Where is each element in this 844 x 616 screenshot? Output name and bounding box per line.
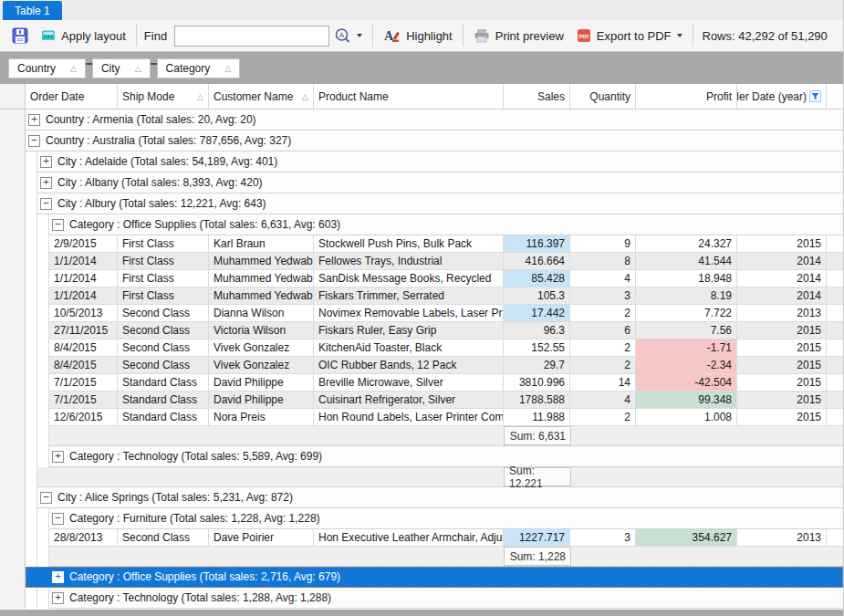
group-row[interactable]: −Country : Australia (Total sales: 787,6… [0, 131, 843, 151]
group-row-content: −City : Albury (Total sales: 12,221, Avg… [37, 193, 843, 214]
column-header-label: Product Name [318, 90, 389, 103]
print-preview-button[interactable]: Print preview [467, 25, 570, 47]
row-filler-cell [827, 322, 843, 339]
group-row[interactable]: −Category : Furniture (Total sales: 1,22… [0, 508, 843, 529]
group-indent [26, 270, 37, 287]
tab-table-1[interactable]: Table 1 [3, 1, 62, 20]
collapse-icon[interactable]: − [28, 135, 40, 147]
table-row[interactable]: 8/4/2015Second ClassVivek GonzalezOIC Ru… [0, 357, 843, 374]
group-chip-category[interactable]: Category △ [157, 58, 241, 78]
group-indent [26, 172, 37, 193]
collapse-icon[interactable]: − [52, 513, 64, 525]
group-row[interactable]: −City : Alice Springs (Total sales: 5,23… [0, 487, 843, 508]
group-indent [26, 357, 37, 374]
table-row[interactable]: 7/1/2015Standard ClassDavid PhilippeCuis… [0, 392, 843, 409]
group-chip-country[interactable]: Country △ [8, 58, 86, 78]
expand-icon[interactable]: + [52, 571, 64, 583]
table-row[interactable]: 1/1/2014First ClassMuhammed YedwabFellow… [0, 253, 843, 270]
export-pdf-button[interactable]: PDF Export to PDF [570, 25, 689, 47]
column-header-product-name[interactable]: Product Name [314, 84, 504, 109]
row-indicator [0, 487, 26, 508]
table-row[interactable]: 10/5/2013Second ClassDianna WilsonNovime… [0, 305, 843, 322]
cell-product-name: Cuisinart Refrigerator, Silver [314, 392, 504, 409]
table-row[interactable]: 1/1/2014First ClassMuhammed YedwabFiskar… [0, 287, 843, 305]
column-header-sales[interactable]: Sales [504, 84, 570, 109]
expand-icon[interactable]: + [28, 114, 40, 126]
cell-profit: 99.348 [636, 392, 737, 409]
column-header-profit[interactable]: Profit [636, 84, 737, 109]
group-indent [26, 392, 37, 409]
find-input[interactable] [174, 26, 329, 47]
cell-order-date-year: 2013 [737, 305, 827, 322]
toolbar-separator [372, 25, 373, 47]
table-row[interactable]: 8/4/2015Second ClassVivek GonzalezKitche… [0, 339, 843, 357]
search-options-button[interactable]: A [329, 24, 369, 48]
save-button[interactable] [5, 24, 35, 47]
apply-layout-button[interactable]: Apply layout [35, 25, 132, 47]
column-header-quantity[interactable]: Quantity [570, 84, 636, 109]
cell-profit: -2.34 [636, 357, 737, 374]
group-row[interactable]: −Category : Office Supplies (Total sales… [0, 214, 843, 235]
group-footer-row[interactable]: Sum: 1,228 [0, 547, 843, 567]
table-row[interactable]: 1/1/2014First ClassMuhammed YedwabSanDis… [0, 270, 843, 287]
expand-icon[interactable]: + [52, 451, 64, 463]
column-header-order-date[interactable]: Order Date [26, 84, 118, 109]
table-row[interactable]: 12/6/2015Standard ClassNora PreisHon Rou… [0, 409, 843, 426]
cell-order-date-year: 2015 [737, 235, 827, 253]
group-indent [37, 270, 49, 287]
group-row[interactable]: +Category : Technology (Total sales: 1,2… [0, 588, 843, 609]
expand-icon[interactable]: + [40, 156, 52, 168]
table-row[interactable]: 27/11/2015Second ClassVictoria WilsonFis… [0, 322, 843, 339]
group-row-content: +Category : Technology (Total sales: 5,5… [49, 446, 843, 467]
group-footer-row[interactable]: Sum: 12,221 [0, 467, 843, 487]
cell-quantity: 8 [570, 253, 636, 270]
group-row-label: Category : Office Supplies (Total sales:… [69, 218, 340, 231]
apply-layout-icon [41, 28, 56, 43]
group-row[interactable]: −City : Albury (Total sales: 12,221, Avg… [0, 193, 843, 214]
collapse-icon[interactable]: − [40, 492, 52, 504]
group-row-label: Country : Armenia (Total sales: 20, Avg:… [46, 113, 256, 126]
group-indent [26, 487, 37, 508]
expand-icon[interactable]: + [40, 177, 52, 189]
table-row[interactable]: 2/9/2015First ClassKarl BraunStockwell P… [0, 235, 843, 253]
cell-customer-name: Muhammed Yedwab [209, 253, 314, 270]
column-header-customer-name[interactable]: Customer Name △ [209, 84, 314, 109]
group-row[interactable]: +Country : Armenia (Total sales: 20, Avg… [0, 110, 843, 131]
group-indent [37, 508, 49, 529]
group-indent [37, 567, 49, 588]
row-filler-cell [827, 287, 843, 305]
column-header-order-date-year[interactable]: Order Date (year) [737, 84, 827, 109]
group-row[interactable]: +Category : Office Supplies (Total sales… [0, 567, 843, 588]
data-grid: Order Date Ship Mode △ Customer Name △ P… [0, 84, 843, 616]
collapse-icon[interactable]: − [40, 198, 52, 210]
expand-icon[interactable]: + [52, 592, 64, 604]
save-icon [12, 27, 28, 44]
sum-cell: Sum: 6,631 [504, 426, 571, 445]
group-row[interactable]: +City : Adelaide (Total sales: 54,189, A… [0, 151, 843, 172]
collapse-icon[interactable]: − [52, 219, 64, 231]
column-header-ship-mode[interactable]: Ship Mode △ [118, 84, 209, 109]
group-indent [37, 305, 49, 322]
highlight-button[interactable]: A Highlight [377, 25, 459, 47]
cell-quantity: 3 [570, 529, 636, 547]
group-row[interactable]: +Category : Technology (Total sales: 5,5… [0, 446, 843, 467]
group-chip-label: Country [17, 62, 56, 75]
cell-ship-mode: Second Class [118, 529, 209, 547]
cell-sales: 105.3 [504, 287, 570, 305]
toolbar: Apply layout Find A A Highlight Print pr… [0, 20, 843, 52]
group-by-panel[interactable]: Country △ City △ Category △ [0, 52, 843, 84]
row-filler-cell [827, 339, 843, 357]
group-chip-city[interactable]: City △ [92, 58, 151, 78]
filter-funnel-icon[interactable] [809, 90, 821, 102]
cell-order-date-year: 2015 [737, 339, 827, 357]
table-row[interactable]: 7/1/2015Standard ClassDavid PhilippeBrev… [0, 374, 843, 392]
cell-order-date-year: 2014 [737, 253, 827, 270]
table-row[interactable]: 28/8/2013Second ClassDave PoirierHon Exe… [0, 529, 843, 547]
cell-order-date: 27/11/2015 [49, 322, 118, 339]
column-header-label: Ship Mode [122, 90, 174, 103]
group-footer-row[interactable]: Sum: 6,631 [0, 426, 843, 446]
group-row[interactable]: +City : Albany (Total sales: 8,393, Avg:… [0, 172, 843, 193]
toolbar-separator [693, 25, 693, 47]
group-row-label: City : Albany (Total sales: 8,393, Avg: … [57, 176, 263, 189]
row-indicator [0, 131, 26, 151]
